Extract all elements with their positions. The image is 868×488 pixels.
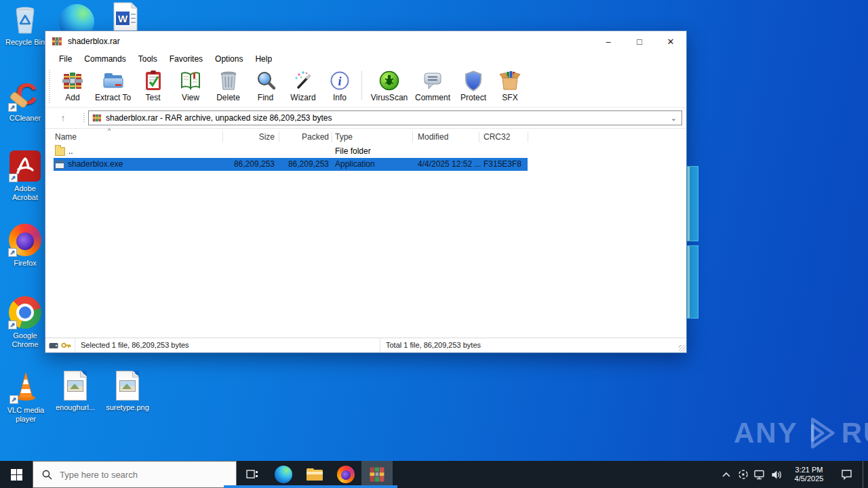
- watermark-text-right: RUN: [842, 413, 868, 453]
- recycle-bin-icon: [12, 4, 39, 35]
- tray-network-button[interactable]: [751, 461, 768, 488]
- desktop-icon-label: suretype.png: [102, 403, 153, 412]
- file-row-parent-dir[interactable]: .. File folder: [45, 145, 686, 158]
- key-icon: [61, 342, 71, 349]
- menu-commands[interactable]: Commands: [78, 54, 132, 64]
- svg-text:W: W: [118, 13, 128, 24]
- shortcut-arrow-icon: ↗: [8, 321, 17, 329]
- info-icon: i: [329, 70, 351, 92]
- up-directory-button[interactable]: ↑: [52, 110, 74, 125]
- tray-expand-button[interactable]: [717, 461, 734, 488]
- comment-button[interactable]: Comment: [411, 66, 454, 107]
- taskbar-search[interactable]: [33, 461, 237, 488]
- edge-icon: [275, 466, 292, 483]
- search-input[interactable]: [60, 470, 222, 480]
- anyrun-play-icon: [802, 415, 837, 451]
- search-icon: [42, 470, 52, 480]
- word-icon: W: [111, 2, 138, 35]
- delete-trash-icon: [218, 70, 239, 92]
- drive-icon: [49, 342, 58, 350]
- taskbar-winrar-button[interactable]: [361, 461, 393, 488]
- winrar-archive-icon: [92, 113, 102, 123]
- menu-help[interactable]: Help: [249, 54, 278, 64]
- archive-path-combobox[interactable]: shaderblox.rar - RAR archive, unpacked s…: [88, 110, 682, 125]
- desktop-icon-google-chrome[interactable]: ↗ Google Chrome: [3, 296, 47, 349]
- desktop-icon-recycle-bin[interactable]: Recycle Bin: [3, 4, 47, 47]
- close-button[interactable]: ✕: [655, 31, 686, 52]
- taskbar-firefox-button[interactable]: [330, 461, 361, 488]
- extract-folder-icon: [102, 70, 125, 92]
- desktop-icon-firefox[interactable]: ↗ Firefox: [3, 224, 47, 268]
- taskbar-explorer-button[interactable]: [299, 461, 330, 488]
- column-name[interactable]: Name: [55, 132, 77, 142]
- title-bar[interactable]: shaderblox.rar – □ ✕: [45, 31, 686, 52]
- find-button[interactable]: Find: [247, 66, 284, 107]
- taskbar-edge-button[interactable]: [268, 461, 299, 488]
- extract-to-button[interactable]: Extract To: [92, 66, 134, 107]
- file-row-shaderblox-exe[interactable]: shaderblox.exe 86,209,253 86,209,253 App…: [45, 158, 686, 171]
- toolbar: Add Extract To: [45, 66, 686, 108]
- svg-text:C: C: [16, 79, 37, 110]
- image-file-icon: [64, 371, 87, 401]
- desktop-icon-adobe-acrobat[interactable]: ↗ Adobe Acrobat: [3, 150, 47, 202]
- svg-text:i: i: [338, 75, 341, 88]
- desktop-icon-enoughurl[interactable]: enoughurl...: [53, 371, 98, 412]
- speaker-icon: [771, 470, 783, 480]
- show-desktop-button[interactable]: [863, 461, 868, 488]
- column-packed[interactable]: Packed: [281, 132, 329, 142]
- add-button[interactable]: Add: [54, 66, 92, 107]
- action-center-button[interactable]: [833, 461, 860, 488]
- desktop-icon-label: Adobe Acrobat: [3, 184, 47, 202]
- desktop-icon-label: VLC media player: [1, 406, 50, 424]
- protect-button[interactable]: Protect: [454, 66, 492, 107]
- add-archive-icon: [61, 70, 84, 92]
- menu-file[interactable]: File: [53, 54, 78, 64]
- column-size[interactable]: Size: [225, 132, 275, 142]
- sfx-box-icon: [498, 70, 521, 92]
- delete-button[interactable]: Delete: [210, 66, 247, 107]
- wizard-button[interactable]: Wizard: [284, 66, 322, 107]
- minimize-button[interactable]: –: [593, 31, 624, 52]
- info-button[interactable]: i Info: [322, 66, 357, 107]
- desktop-icon-vlc[interactable]: ↗ VLC media player: [1, 369, 50, 424]
- status-bar: Selected 1 file, 86,209,253 bytes Total …: [45, 338, 686, 352]
- desktop-icon-ccleaner[interactable]: C ↗ CCleaner: [3, 79, 47, 123]
- anyrun-watermark: ANY RUN: [734, 413, 868, 453]
- tray-volume-button[interactable]: [768, 461, 785, 488]
- column-modified[interactable]: Modified: [418, 132, 448, 142]
- test-button[interactable]: Test: [134, 66, 172, 107]
- image-file-icon: [116, 371, 139, 401]
- status-icons-panel: [45, 338, 75, 352]
- shortcut-arrow-icon: ↗: [9, 174, 18, 182]
- column-type[interactable]: Type: [335, 132, 353, 142]
- virusscan-button[interactable]: VirusScan: [368, 66, 411, 107]
- dashed-circle-icon: [738, 469, 749, 480]
- windows-logo-icon: [11, 469, 22, 481]
- application-icon: [55, 161, 64, 169]
- task-view-button[interactable]: [237, 461, 268, 488]
- maximize-button[interactable]: □: [624, 31, 655, 52]
- menu-tools[interactable]: Tools: [132, 54, 163, 64]
- tray-agent-icon[interactable]: [734, 461, 751, 488]
- winrar-icon: [369, 466, 385, 483]
- sort-ascending-icon: ^: [108, 127, 111, 134]
- status-selected-text: Selected 1 file, 86,209,253 bytes: [75, 338, 380, 352]
- network-icon: [754, 470, 766, 480]
- start-button[interactable]: [0, 461, 33, 488]
- wallpaper-beam: [687, 166, 698, 241]
- task-view-icon: [246, 468, 258, 481]
- firefox-icon: [337, 466, 355, 483]
- view-button[interactable]: View: [172, 66, 210, 107]
- desktop-icon-suretype[interactable]: suretype.png: [102, 371, 153, 412]
- column-crc32[interactable]: CRC32: [484, 132, 510, 142]
- addressbar-grip: [83, 113, 85, 123]
- chevron-up-icon: [722, 472, 730, 477]
- taskbar-clock[interactable]: 3:21 PM 4/5/2025: [788, 466, 830, 483]
- window-title: shaderblox.rar: [68, 37, 120, 46]
- sfx-button[interactable]: SFX: [492, 66, 528, 107]
- menu-favorites[interactable]: Favorites: [163, 54, 209, 64]
- winrar-app-icon: [52, 36, 62, 47]
- menu-options[interactable]: Options: [209, 54, 249, 64]
- resize-grip[interactable]: [679, 345, 686, 352]
- desktop-icon-label: Firefox: [3, 259, 47, 268]
